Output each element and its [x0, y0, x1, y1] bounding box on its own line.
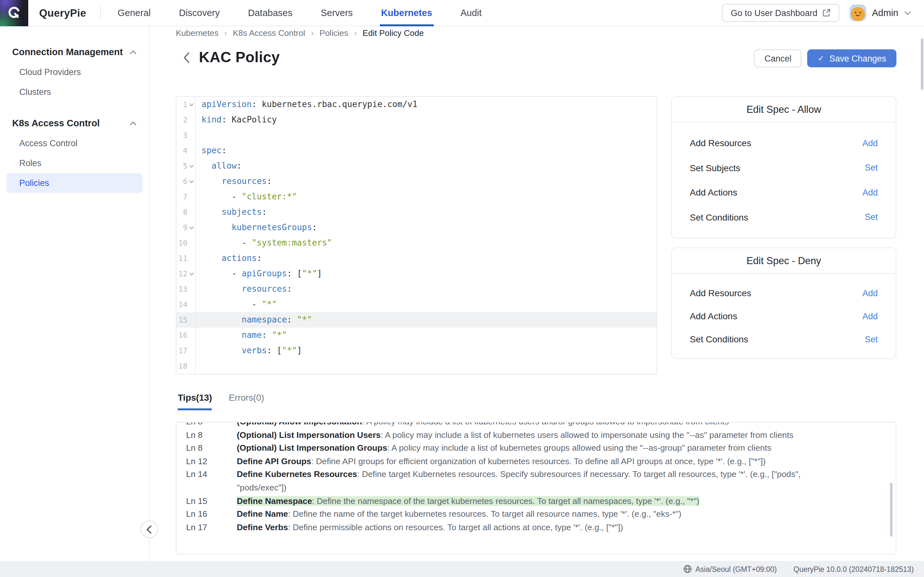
- user-menu[interactable]: Admin: [850, 5, 911, 21]
- topbar-right: Go to User Dashboard Admin: [722, 4, 924, 22]
- nav-item-general[interactable]: General: [116, 0, 152, 26]
- set-link[interactable]: Set: [865, 163, 878, 173]
- go-to-user-dashboard-button[interactable]: Go to User Dashboard: [722, 4, 839, 22]
- sidebar-item-access-control[interactable]: Access Control: [0, 133, 149, 153]
- sidebar-groups: Connection ManagementCloud ProvidersClus…: [0, 42, 149, 193]
- code-text: [196, 127, 202, 143]
- code-line[interactable]: 3: [176, 127, 656, 143]
- sidebar-group-header[interactable]: Connection Management: [0, 42, 149, 62]
- code-text: [196, 358, 202, 374]
- policy-code-editor[interactable]: 1apiVersion: kubernetes.rbac.querypie.co…: [176, 96, 657, 374]
- spec-row-label: Add Resources: [690, 138, 751, 148]
- editor-gutter: 5: [176, 158, 196, 174]
- tip-text: Define API Groups: Define API groups for…: [237, 455, 896, 468]
- add-link[interactable]: Add: [863, 139, 878, 148]
- set-link[interactable]: Set: [865, 212, 878, 222]
- nav-item-databases[interactable]: Databases: [247, 0, 294, 26]
- editor-gutter: 9: [176, 220, 196, 235]
- code-line[interactable]: 8 subjects:: [176, 205, 656, 220]
- chevron-up-icon: [129, 121, 137, 125]
- code-line[interactable]: 14 - "*": [176, 297, 656, 312]
- editor-gutter: 3: [176, 127, 196, 143]
- spec-row: Add ResourcesAdd: [690, 138, 878, 148]
- code-line[interactable]: 4spec:: [176, 143, 656, 158]
- tip-row: Ln 8(Optional) Allow Impersonation: A po…: [176, 422, 896, 429]
- tab-tips[interactable]: Tips(13): [178, 392, 212, 410]
- code-line[interactable]: 11 actions:: [176, 251, 656, 266]
- tip-row: Ln 12Define API Groups: Define API group…: [176, 455, 896, 468]
- tip-line-ref: Ln 8: [186, 442, 237, 455]
- back-chevron-icon[interactable]: [184, 52, 190, 63]
- spec-row: Set ConditionsSet: [690, 212, 878, 222]
- nav-item-discovery[interactable]: Discovery: [178, 0, 221, 26]
- avatar: [850, 5, 866, 21]
- spec-row-label: Add Actions: [690, 311, 737, 321]
- code-line[interactable]: 17 verbs: ["*"]: [176, 343, 656, 358]
- line-number: 7: [176, 189, 187, 205]
- add-link[interactable]: Add: [863, 187, 878, 197]
- breadcrumb-item[interactable]: K8s Access Control: [233, 28, 305, 38]
- add-link[interactable]: Add: [863, 288, 878, 298]
- fold-toggle[interactable]: [187, 164, 195, 168]
- tab-errors[interactable]: Errors(0): [229, 392, 264, 410]
- line-number: 6: [176, 174, 187, 189]
- collapse-sidebar-button[interactable]: [141, 521, 158, 538]
- code-line[interactable]: 15 namespace: "*": [176, 312, 656, 327]
- tip-row: Ln 14Define Kubernetes Resources: Define…: [176, 468, 896, 495]
- sidebar-item-clusters[interactable]: Clusters: [0, 82, 149, 102]
- fold-toggle[interactable]: [187, 103, 195, 106]
- code-line[interactable]: 12 - apiGroups: ["*"]: [176, 266, 656, 282]
- code-line[interactable]: 10 - "system:masters": [176, 235, 656, 251]
- line-number: 4: [176, 143, 187, 158]
- tip-line-ref: Ln 14: [186, 468, 237, 495]
- brand-name: QueryPie: [39, 7, 86, 19]
- code-text: verbs: ["*"]: [196, 343, 302, 358]
- sidebar-group-label: K8s Access Control: [12, 118, 100, 128]
- breadcrumb-item[interactable]: Policies: [320, 28, 349, 38]
- sidebar-item-roles[interactable]: Roles: [0, 153, 149, 173]
- editor-gutter: 18: [176, 358, 196, 374]
- check-icon: ✓: [818, 54, 824, 63]
- nav-item-audit[interactable]: Audit: [459, 0, 483, 26]
- code-line[interactable]: 2kind: KacPolicy: [176, 112, 656, 127]
- sidebar-item-policies[interactable]: Policies: [6, 173, 142, 193]
- tips-scrollbar[interactable]: [890, 483, 893, 537]
- line-number: 18: [176, 358, 187, 374]
- tips-panel[interactable]: Ln 8(Optional) Allow Impersonation: A po…: [176, 422, 897, 554]
- save-changes-button[interactable]: ✓ Save Changes: [808, 49, 897, 67]
- code-line[interactable]: 18: [176, 358, 656, 374]
- code-line[interactable]: 6 resources:: [176, 174, 656, 189]
- code-line[interactable]: 1apiVersion: kubernetes.rbac.querypie.co…: [176, 97, 656, 112]
- code-line[interactable]: 16 name: "*": [176, 327, 656, 343]
- version-label: QueryPie 10.0.0 (20240718-182513): [793, 565, 914, 573]
- tip-row: Ln 16Define Name: Define the name of the…: [176, 508, 896, 521]
- code-line[interactable]: 9 kubernetesGroups:: [176, 220, 656, 235]
- nav-item-servers[interactable]: Servers: [320, 0, 354, 26]
- cancel-button[interactable]: Cancel: [754, 49, 802, 67]
- set-link[interactable]: Set: [865, 334, 878, 344]
- code-line[interactable]: 5 allow:: [176, 158, 656, 174]
- fold-toggle[interactable]: [187, 180, 195, 183]
- fold-toggle[interactable]: [187, 226, 195, 229]
- user-name: Admin: [872, 8, 898, 18]
- sidebar-group: K8s Access ControlAccess ControlRolesPol…: [0, 113, 149, 193]
- code-line[interactable]: 7 - "cluster:*": [176, 189, 656, 205]
- spec-row: Set ConditionsSet: [690, 334, 878, 344]
- breadcrumb-separator-icon: ›: [311, 28, 314, 38]
- line-number: 12: [176, 266, 187, 282]
- spec-row-label: Set Conditions: [690, 334, 748, 344]
- fold-toggle[interactable]: [187, 272, 195, 276]
- edit-spec-card: Edit Spec - AllowAdd ResourcesAddSet Sub…: [671, 96, 897, 239]
- add-link[interactable]: Add: [863, 311, 878, 321]
- querypie-logo[interactable]: [0, 0, 28, 26]
- querypie-logo-icon: [6, 5, 22, 21]
- code-line[interactable]: 13 resources:: [176, 282, 656, 297]
- page-scrollbar[interactable]: [921, 39, 923, 90]
- line-number: 8: [176, 205, 187, 220]
- breadcrumb-item[interactable]: Kubernetes: [176, 28, 218, 38]
- tip-row: Ln 15Define Namespace: Define the namesp…: [176, 495, 896, 508]
- sidebar-item-cloud-providers[interactable]: Cloud Providers: [0, 62, 149, 82]
- nav-item-kubernetes[interactable]: Kubernetes: [380, 0, 434, 26]
- line-number: 5: [176, 158, 187, 174]
- sidebar-group-header[interactable]: K8s Access Control: [0, 113, 149, 133]
